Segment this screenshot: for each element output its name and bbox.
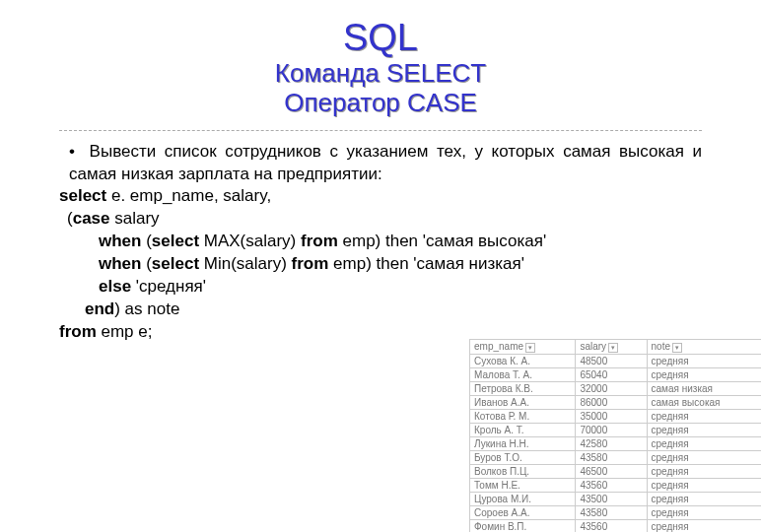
th-salary-label: salary	[580, 341, 606, 352]
table-cell: 86000	[576, 396, 647, 410]
table-row: Сороев А.А.43580средняя	[470, 506, 762, 520]
table-header-row: emp_name▾ salary▾ note▾	[470, 340, 762, 355]
table-cell: Котова Р. М.	[470, 410, 576, 424]
table-row: Петрова К.В.32000самая низкая	[470, 382, 762, 396]
kw-from-2: from	[292, 254, 329, 273]
table-cell: Томм Н.Е.	[470, 479, 576, 493]
table-cell: 35000	[576, 410, 647, 424]
kw-when-2: when	[99, 254, 141, 273]
table-row: Лукина Н.Н.42580средняя	[470, 437, 762, 451]
kw-select-1: select	[152, 232, 199, 250]
divider	[59, 130, 702, 131]
table-cell: средняя	[647, 368, 761, 382]
kw-from-outer: from	[59, 322, 97, 341]
table-cell: 32000	[576, 382, 647, 396]
title-line-1: SQL	[59, 18, 702, 59]
code-l3-d: MAX(salary)	[199, 232, 301, 250]
kw-else: else	[99, 277, 131, 296]
table-row: Фомин В.П.43560средняя	[470, 520, 762, 533]
table-row: Буров Т.О.43580средняя	[470, 451, 762, 465]
table-cell: Сухова К. А.	[470, 355, 576, 368]
table-cell: 43560	[576, 520, 647, 533]
title-line-2: Команда SELECT	[59, 59, 702, 89]
table-cell: самая высокая	[647, 396, 761, 410]
code-l7-b: emp e;	[97, 322, 153, 341]
table-cell: средняя	[647, 465, 761, 479]
result-table-wrap: emp_name▾ salary▾ note▾ Сухова К. А.4850…	[469, 339, 761, 532]
table-cell: Фомин В.П.	[470, 520, 576, 533]
table-cell: средняя	[647, 355, 761, 368]
table-cell: Малова Т. А.	[470, 368, 576, 382]
result-table: emp_name▾ salary▾ note▾ Сухова К. А.4850…	[469, 339, 761, 532]
table-cell: Буров Т.О.	[470, 451, 576, 465]
table-cell: средняя	[647, 506, 761, 520]
th-note-label: note	[652, 341, 670, 352]
code-l3-b: (	[141, 232, 151, 250]
bullet-intro: • Вывести список сотрудников с указанием…	[69, 141, 702, 186]
table-cell: 43560	[576, 479, 647, 493]
code-l4-f: emp) then 'самая низкая'	[328, 254, 524, 273]
code-line-1: select e. emp_name, salary,	[59, 185, 702, 208]
code-l3-f: emp) then 'самая высокая'	[338, 232, 546, 250]
table-cell: Лукина Н.Н.	[470, 437, 576, 451]
table-row: Кроль А. Т.70000средняя	[470, 424, 762, 437]
table-cell: средняя	[647, 437, 761, 451]
table-cell: Сороев А.А.	[470, 506, 576, 520]
table-cell: 65040	[576, 368, 647, 382]
th-emp-name: emp_name▾	[470, 340, 576, 355]
code-l5-b: 'средняя'	[131, 277, 206, 296]
kw-case: case	[73, 209, 110, 228]
table-row: Котова Р. М.35000средняя	[470, 410, 762, 424]
kw-when-1: when	[99, 232, 141, 250]
table-cell: средняя	[647, 424, 761, 437]
table-row: Волков П.Ц.46500средняя	[470, 465, 762, 479]
body-text: • Вывести список сотрудников с указанием…	[59, 141, 702, 344]
table-cell: Петрова К.В.	[470, 382, 576, 396]
intro-text: Вывести список сотрудников с указанием т…	[69, 142, 702, 183]
code-block: select e. emp_name, salary, (case salary…	[59, 185, 702, 344]
th-salary: salary▾	[576, 340, 647, 355]
dropdown-icon[interactable]: ▾	[525, 343, 535, 353]
kw-select-2: select	[152, 254, 199, 273]
table-cell: самая низкая	[647, 382, 761, 396]
table-cell: 42580	[576, 437, 647, 451]
table-row: Малова Т. А.65040средняя	[470, 368, 762, 382]
table-row: Томм Н.Е.43560средняя	[470, 479, 762, 493]
code-line-4: when (select Min(salary) from emp) then …	[59, 253, 702, 276]
th-note: note▾	[647, 340, 761, 355]
kw-select: select	[59, 186, 106, 205]
table-row: Сухова К. А.48500средняя	[470, 355, 762, 368]
table-cell: средняя	[647, 493, 761, 506]
dropdown-icon[interactable]: ▾	[608, 343, 618, 353]
table-cell: 43580	[576, 506, 647, 520]
table-cell: средняя	[647, 410, 761, 424]
kw-from-1: from	[301, 232, 338, 250]
kw-end: end	[85, 299, 114, 318]
table-cell: Цурова М.И.	[470, 493, 576, 506]
code-line-3: when (select MAX(salary) from emp) then …	[59, 231, 702, 253]
table-cell: Кроль А. Т.	[470, 424, 576, 437]
title-line-3: Оператор CASE	[59, 89, 702, 118]
table-cell: средняя	[647, 451, 761, 465]
table-cell: Иванов А.А.	[470, 396, 576, 410]
table-body: Сухова К. А.48500средняяМалова Т. А.6504…	[470, 355, 762, 533]
bullet-icon: •	[69, 141, 81, 164]
table-cell: 48500	[576, 355, 647, 368]
table-cell: 43500	[576, 493, 647, 506]
code-line-5: else 'средняя'	[59, 276, 702, 299]
code-l6-b: ) as note	[114, 299, 179, 318]
table-cell: 46500	[576, 465, 647, 479]
th-emp-name-label: emp_name	[474, 341, 523, 352]
table-cell: 43580	[576, 451, 647, 465]
table-cell: 70000	[576, 424, 647, 437]
title-block: SQL Команда SELECT Оператор CASE	[59, 18, 702, 118]
code-l4-d: Min(salary)	[199, 254, 292, 273]
table-row: Цурова М.И.43500средняя	[470, 493, 762, 506]
table-cell: средняя	[647, 520, 761, 533]
code-line-6: end) as note	[59, 299, 702, 321]
code-line-2: (case salary	[59, 208, 702, 231]
code-l2-b: salary	[110, 209, 160, 228]
code-l1-rest: e. emp_name, salary,	[106, 186, 271, 205]
table-cell: средняя	[647, 479, 761, 493]
dropdown-icon[interactable]: ▾	[672, 343, 682, 353]
